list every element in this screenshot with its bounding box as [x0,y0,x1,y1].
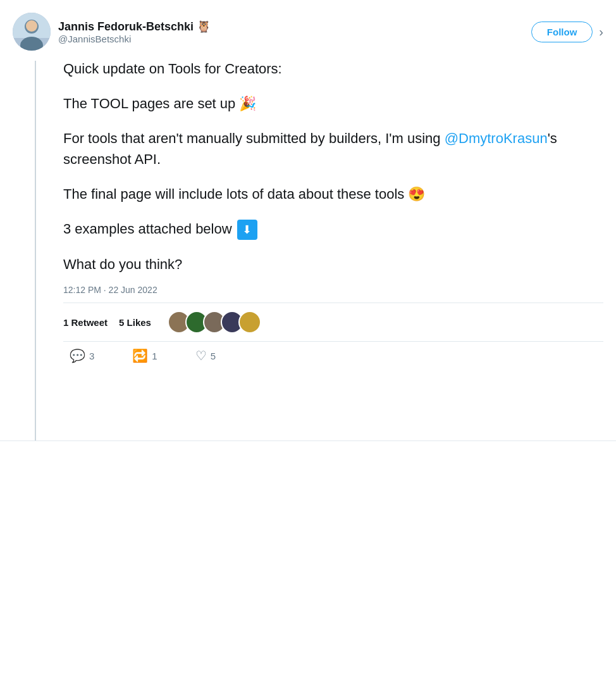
tweet-paragraph-6: What do you think? [63,254,603,275]
avatar [13,13,51,51]
paragraph5-pre: 3 examples attached below [63,221,236,237]
avatar-group [168,311,261,334]
reply-button[interactable]: 💬 3 [70,348,94,363]
tweet-paragraph-5: 3 examples attached below ⬇ [63,218,603,240]
reply-count: 3 [89,351,94,361]
paragraph3-pre: For tools that aren't manually submitted… [63,130,445,146]
tweet-stats: 1 Retweet 5 Likes [63,303,603,342]
likes-count: 5 [119,317,124,328]
tweet-actions: 💬 3 🔁 1 ♡ 5 [63,342,603,370]
like-button[interactable]: ♡ 5 [195,348,216,363]
retweet-action-count: 1 [152,351,157,361]
tweet-card: Jannis Fedoruk-Betschki 🦉 @JannisBetschk… [0,0,616,441]
retweet-icon: 🔁 [132,348,148,363]
heart-icon: ♡ [195,348,207,363]
tweet-body: Quick update on Tools for Creators: The … [13,58,603,440]
display-name: Jannis Fedoruk-Betschki 🦉 [58,20,211,34]
thread-line-column [13,58,58,440]
tweet-timestamp: 12:12 PM · 22 Jun 2022 [63,285,603,295]
retweet-label: Retweet [71,317,108,328]
user-info: Jannis Fedoruk-Betschki 🦉 @JannisBetschk… [58,20,211,44]
tweet-header-left: Jannis Fedoruk-Betschki 🦉 @JannisBetschk… [13,13,211,51]
like-count: 5 [211,351,216,361]
liker-avatar-5 [238,311,261,334]
tweet-header-right: Follow › [531,22,603,42]
follow-button[interactable]: Follow [531,22,593,42]
tweet-paragraph-2: The TOOL pages are set up 🎉 [63,93,603,114]
retweet-count: 1 [63,317,68,328]
likes-label: Likes [127,317,151,328]
retweet-stat: 1 Retweet [63,317,108,328]
paragraph4-pre: The final page will include lots of data… [63,186,408,202]
chevron-down-icon[interactable]: › [599,25,603,39]
tweet-header: Jannis Fedoruk-Betschki 🦉 @JannisBetschk… [13,13,603,51]
smiling-emoji: 😍 [408,186,425,202]
svg-point-4 [26,20,37,32]
tweet-paragraph-1: Quick update on Tools for Creators: [63,58,603,79]
display-name-text: Jannis Fedoruk-Betschki [58,20,194,33]
tweet-paragraph-4: The final page will include lots of data… [63,184,603,204]
party-emoji: 🎉 [239,96,256,111]
down-arrow-emoji: ⬇ [237,220,257,240]
tweet-paragraph-3: For tools that aren't manually submitted… [63,128,603,170]
owl-emoji: 🦉 [197,20,211,33]
likes-stat: 5 Likes [119,317,151,328]
thread-line [35,61,36,440]
tweet-text: Quick update on Tools for Creators: The … [63,58,603,275]
reply-icon: 💬 [70,348,85,363]
paragraph2-pre: The TOOL pages are set up [63,96,239,111]
retweet-button[interactable]: 🔁 1 [132,348,157,363]
username: @JannisBetschki [58,34,211,44]
tweet-content: Quick update on Tools for Creators: The … [58,58,603,440]
mention-link[interactable]: @DmytroKrasun [445,130,548,146]
